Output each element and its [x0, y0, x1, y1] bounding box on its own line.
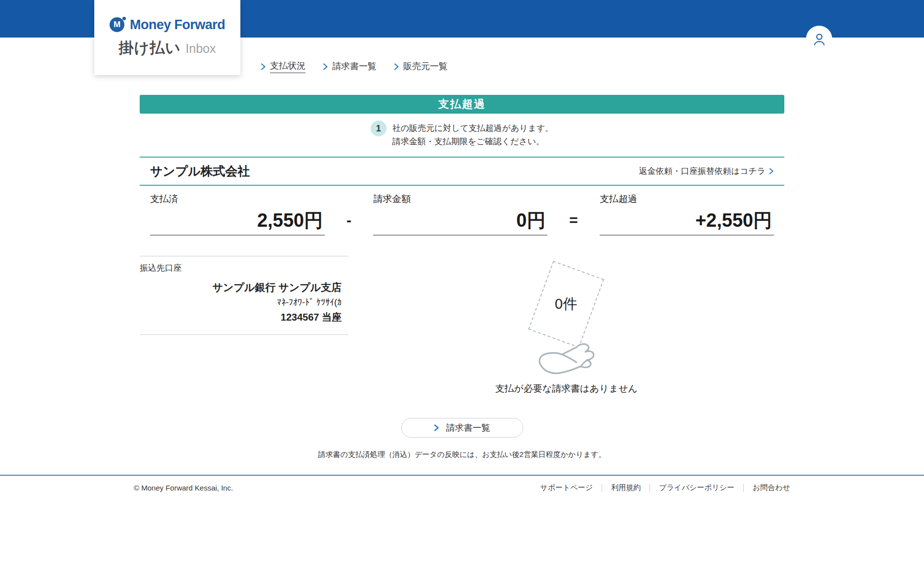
footer-link-privacy[interactable]: プライバシーポリシー — [659, 483, 734, 493]
vendor-row: サンプル株式会社 返金依頼・口座振替依頼はコチラ — [140, 157, 784, 186]
overpayment-banner: 支払超過 — [140, 95, 784, 114]
equals-operator: = — [569, 212, 578, 236]
user-avatar-button[interactable] — [806, 26, 832, 52]
chevron-right-icon — [261, 63, 266, 71]
main-nav: 支払状況 請求書一覧 販売元一覧 — [261, 60, 448, 73]
invoice-count: 0件 — [555, 294, 577, 314]
empty-state-message: 支払が必要な請求書はありません — [495, 382, 638, 395]
footer-link-support[interactable]: サポートページ — [540, 483, 593, 493]
billed-column: 請求金額 0円 — [373, 193, 547, 236]
footer-separator — [743, 484, 744, 492]
main-content: 支払超過 1 社の販売元に対して支払超過があります。 請求金額・支払期限をご確認… — [140, 38, 784, 459]
alert-message: 社の販売元に対して支払超過があります。 請求金額・支払期限をご確認ください。 — [392, 122, 554, 148]
footer-separator — [650, 484, 650, 492]
product-name: 掛け払い — [119, 38, 181, 58]
processing-note: 請求書の支払済処理（消込）データの反映には、お支払い後2営業日程度かかります。 — [140, 450, 784, 459]
dashed-document-shape: 0件 — [528, 260, 604, 348]
overpaid-column: 支払超過 +2,550円 — [600, 193, 774, 236]
chevron-right-icon — [769, 167, 774, 175]
minus-operator: - — [346, 212, 351, 236]
footer-link-contact[interactable]: お問合わせ — [753, 483, 790, 493]
invoice-list-button[interactable]: 請求書一覧 — [401, 418, 523, 438]
payment-summary: 支払済 2,550円 - 請求金額 0円 = 支払超過 +2,550円 — [140, 193, 784, 236]
brand-logo-card: M Money Forward 掛け払い Inbox — [94, 0, 240, 75]
money-forward-logo: M Money Forward — [110, 17, 225, 33]
chevron-right-icon — [323, 63, 328, 71]
nav-item-invoice-list[interactable]: 請求書一覧 — [323, 60, 377, 73]
vendor-name: サンプル株式会社 — [150, 163, 250, 179]
alert-line-1: 社の販売元に対して支払超過があります。 — [392, 122, 554, 135]
chevron-right-icon — [394, 63, 399, 71]
footer-links: サポートページ 利用規約 プライバシーポリシー お問合わせ — [540, 483, 790, 493]
overpayment-alert: 1 社の販売元に対して支払超過があります。 請求金額・支払期限をご確認ください。 — [140, 122, 784, 148]
product-suffix: Inbox — [186, 41, 216, 56]
page-footer: © Money Forward Kessai, Inc. サポートページ 利用規… — [0, 475, 924, 493]
bank-name: サンプル銀行 サンプル支店 — [140, 281, 342, 294]
bank-account-holder-kana: ﾏﾈ-ﾌｵﾜ-ﾄﾞ ｹﾂｻｲ(ｶ — [140, 297, 342, 308]
bank-account-box: 振込先口座 サンプル銀行 サンプル支店 ﾏﾈ-ﾌｵﾜ-ﾄﾞ ｹﾂｻｲ(ｶ 123… — [140, 256, 348, 335]
billed-label: 請求金額 — [373, 193, 547, 206]
nav-item-payment-status[interactable]: 支払状況 — [261, 60, 306, 73]
chevron-right-icon — [434, 424, 439, 432]
nav-item-vendor-list[interactable]: 販売元一覧 — [394, 60, 448, 73]
empty-invoices-state: 0件 支払が必要な請求書はありません — [348, 256, 784, 395]
bank-account-number: 1234567 当座 — [140, 311, 342, 324]
banner-title: 支払超過 — [438, 97, 486, 112]
brand-wordmark: Money Forward — [130, 17, 225, 33]
vendor-count-badge: 1 — [371, 121, 386, 136]
paid-value: 2,550円 — [150, 206, 325, 236]
footer-separator — [602, 484, 602, 492]
paid-label: 支払済 — [150, 193, 325, 206]
bank-account-label: 振込先口座 — [140, 262, 342, 274]
money-forward-mark-icon: M — [110, 17, 125, 33]
copyright-text: © Money Forward Kessai, Inc. — [134, 484, 233, 492]
user-icon — [811, 31, 827, 47]
alert-line-2: 請求金額・支払期限をご確認ください。 — [392, 135, 554, 148]
footer-link-terms[interactable]: 利用規約 — [611, 483, 641, 493]
product-name-row: 掛け払い Inbox — [119, 38, 216, 58]
overpaid-label: 支払超過 — [600, 193, 774, 206]
hand-holding-document-icon: 0件 — [498, 256, 636, 380]
refund-request-link[interactable]: 返金依頼・口座振替依頼はコチラ — [639, 165, 774, 177]
billed-value: 0円 — [373, 206, 547, 236]
hand-icon — [536, 339, 598, 379]
paid-column: 支払済 2,550円 — [150, 193, 325, 236]
lower-section: 振込先口座 サンプル銀行 サンプル支店 ﾏﾈ-ﾌｵﾜ-ﾄﾞ ｹﾂｻｲ(ｶ 123… — [140, 256, 784, 395]
overpaid-value: +2,550円 — [600, 206, 774, 236]
